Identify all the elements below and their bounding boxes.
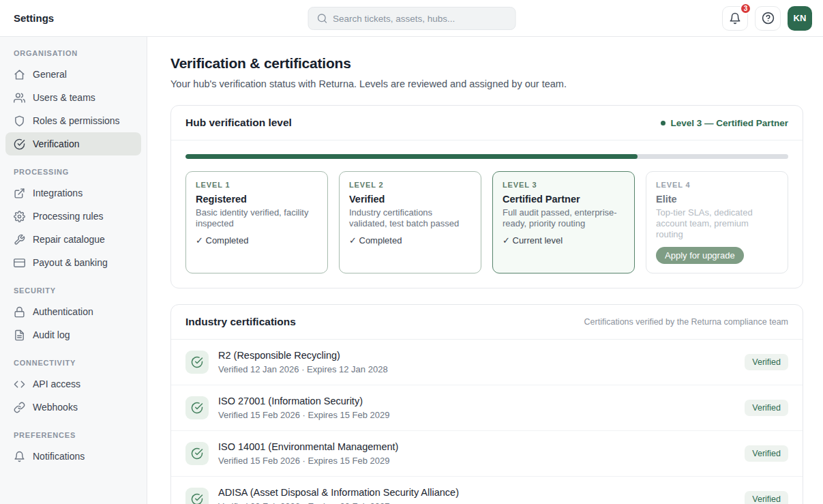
level-description: Basic identity verified, facility inspec… [196,207,318,229]
level-status-text: ✓ Completed [349,235,471,246]
section-label: SECURITY [5,282,141,300]
gear-icon [14,211,25,222]
current-level-badge: Level 3 — Certified Partner [661,118,788,128]
code-icon [14,379,25,390]
page-title: Settings [14,12,54,24]
sidebar-section-organisation: ORGANISATION General Users & teams Roles… [5,45,141,155]
sidebar-item-notifications[interactable]: Notifications [5,445,141,468]
page-subtitle: Your hub's verification status with Retu… [170,78,803,89]
sidebar-item-webhooks[interactable]: Webhooks [5,396,141,419]
sidebar-section-preferences: PREFERENCES Notifications [5,427,141,468]
shield-icon [14,115,25,127]
help-button[interactable] [755,6,781,31]
sidebar-item-label: Users & teams [33,92,95,103]
verification-progress-fill [185,154,638,159]
hub-verification-card: Hub verification level Level 3 — Certifi… [170,105,803,288]
sidebar-item-label: Audit log [33,329,70,340]
sidebar-item-label: Verification [33,138,79,149]
sidebar-item-processing-rules[interactable]: Processing rules [5,205,141,228]
sidebar-item-roles-permissions[interactable]: Roles & permissions [5,109,141,132]
level-card-4: LEVEL 4 Elite Top-tier SLAs, dedicated a… [646,171,788,273]
search-box[interactable] [308,7,515,30]
level-card-2: LEVEL 2 Verified Industry certifications… [339,171,481,273]
lock-icon [14,306,25,318]
help-icon [762,12,775,25]
bell-icon [729,12,741,25]
section-label: PROCESSING [5,164,141,181]
check-circle-icon [14,138,25,150]
search-icon [316,13,327,24]
external-link-icon [14,188,25,199]
section-label: ORGANISATION [5,45,141,63]
file-text-icon [14,329,25,341]
sidebar-item-label: Roles & permissions [33,115,120,126]
sidebar: ORGANISATION General Users & teams Roles… [0,37,147,504]
verification-progress-bar [185,154,788,159]
sidebar-item-label: Payout & banking [33,257,108,268]
section-label: CONNECTIVITY [5,355,141,372]
notifications-button[interactable]: 3 [722,6,748,31]
level-tier-label: LEVEL 2 [349,181,471,189]
level-tier-label: LEVEL 4 [656,181,778,189]
cert-name: ADISA (Asset Disposal & Information Secu… [218,487,459,498]
link-icon [14,402,25,413]
verified-badge: Verified [745,491,788,504]
cert-row-iso27001: ISO 27001 (Information Security) Verifie… [171,385,803,431]
sidebar-item-label: Webhooks [33,402,78,413]
cert-row-iso14001: ISO 14001 (Environmental Management) Ver… [171,431,803,477]
apply-for-upgrade-button[interactable]: Apply for upgrade [656,247,744,264]
sidebar-item-repair-catalogue[interactable]: Repair catalogue [5,228,141,251]
sidebar-item-label: API access [33,379,80,389]
cert-row-r2: R2 (Responsible Recycling) Verified 12 J… [171,340,803,385]
check-circle-icon [185,351,209,374]
cert-row-adisa: ADISA (Asset Disposal & Information Secu… [171,477,803,504]
level-description: Top-tier SLAs, dedicated account team, p… [656,207,778,240]
level-status-text: ✓ Completed [196,235,318,246]
topbar: Settings 3 KN [0,0,823,37]
level-status-dot [661,121,665,125]
search-input[interactable] [333,14,507,24]
cert-dates: Verified 20 Feb 2026 · Expires 20 Feb 20… [218,501,459,504]
cert-dates: Verified 12 Jan 2026 · Expires 12 Jan 20… [218,364,388,374]
sidebar-item-authentication[interactable]: Authentication [5,300,141,323]
credit-card-icon [14,257,25,269]
level-name: Verified [349,194,471,205]
sidebar-item-verification[interactable]: Verification [5,132,141,155]
level-name: Registered [196,194,318,205]
section-label: PREFERENCES [5,427,141,445]
page-heading: Verification & certifications [170,55,803,72]
main-content: Verification & certifications Your hub's… [147,37,823,504]
cert-name: ISO 14001 (Environmental Management) [218,441,398,452]
verified-badge: Verified [745,400,788,416]
sidebar-section-security: SECURITY Authentication Audit log [5,282,141,346]
sidebar-item-users-teams[interactable]: Users & teams [5,86,141,109]
check-circle-icon [185,396,209,419]
industry-certifications-card: Industry certifications Certifications v… [170,304,803,504]
level-status-text: ✓ Current level [503,235,625,246]
bell-icon [14,451,25,462]
sidebar-item-payout-banking[interactable]: Payout & banking [5,251,141,274]
wrench-icon [14,234,25,246]
level-description: Full audit passed, enterprise-ready, pri… [503,207,625,229]
notification-count-badge: 3 [740,3,751,14]
level-tier-label: LEVEL 3 [503,181,625,189]
sidebar-item-general[interactable]: General [5,63,141,86]
level-card-1: LEVEL 1 Registered Basic identity verifi… [185,171,328,273]
sidebar-item-api-access[interactable]: API access [5,372,141,396]
hub-card-title: Hub verification level [185,117,292,129]
verified-badge: Verified [745,354,788,370]
sidebar-item-integrations[interactable]: Integrations [5,181,141,205]
sidebar-item-label: Processing rules [33,211,104,222]
sidebar-item-audit-log[interactable]: Audit log [5,323,141,346]
level-name: Certified Partner [503,194,625,205]
level-name: Elite [656,194,778,205]
sidebar-item-label: Repair catalogue [33,234,105,245]
cert-dates: Verified 15 Feb 2026 · Expires 15 Feb 20… [218,410,390,420]
cert-name: R2 (Responsible Recycling) [218,350,388,361]
avatar[interactable]: KN [788,6,812,31]
sidebar-item-label: Notifications [33,451,85,462]
check-circle-icon [185,442,209,465]
current-level-label: Level 3 — Certified Partner [670,118,788,128]
certs-card-title: Industry certifications [185,316,296,328]
sidebar-item-label: General [33,69,67,80]
